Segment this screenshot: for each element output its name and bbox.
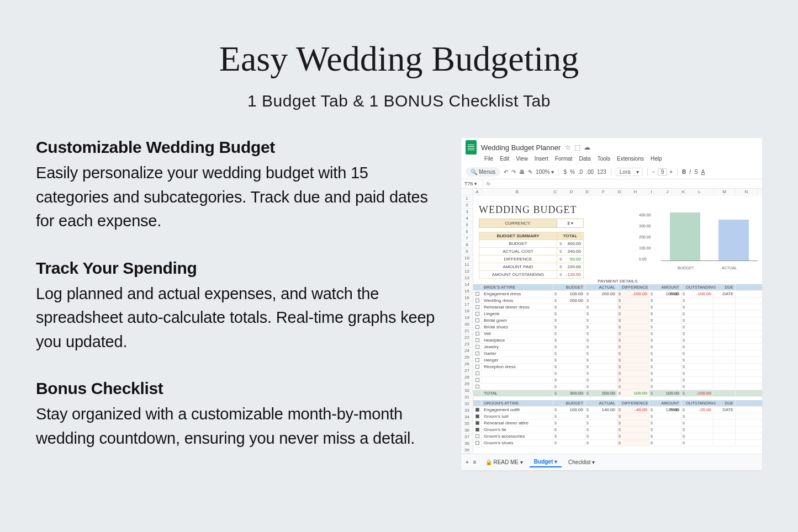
add-sheet-icon[interactable]: + (466, 459, 469, 465)
table-row[interactable]: BRIDE'S ATTIRE BUDGET ACTUAL DIFFERENCE … (473, 284, 762, 291)
table-row[interactable]: Veil $ $ $ $ $ (473, 331, 762, 337)
table-row[interactable]: Groom's suit $ $ $ $ $ (473, 413, 762, 420)
row-header[interactable]: 38 (461, 440, 473, 447)
row-header[interactable]: 27 (461, 368, 473, 374)
font-size-inc[interactable]: + (669, 169, 673, 175)
redo-icon[interactable]: ↷ (511, 169, 516, 175)
menu-insert[interactable]: Insert (535, 156, 548, 162)
row-header[interactable]: 33 (461, 407, 473, 414)
undo-icon[interactable]: ↶ (504, 169, 508, 175)
col-header[interactable]: I (649, 189, 654, 195)
table-row[interactable]: Bridal gown $ $ $ $ $ (473, 317, 762, 324)
menu-tools[interactable]: Tools (598, 156, 610, 162)
table-row[interactable]: Engagement outfit $100.00 $140.00 $-40.0… (473, 407, 762, 413)
row-header[interactable]: 6 (461, 228, 473, 235)
row-header[interactable]: 21 (461, 328, 473, 334)
table-row[interactable]: Wedding dress $200.00 $ $ $ $ (473, 297, 762, 304)
row-header[interactable]: 4 (461, 215, 473, 222)
row-header[interactable]: 12 (461, 268, 473, 275)
name-box[interactable]: T76 ▾ (461, 179, 483, 188)
row-header[interactable]: 28 (461, 374, 473, 381)
currency-icon[interactable]: $ (563, 169, 567, 175)
row-header[interactable]: 7 (461, 235, 473, 242)
paint-format-icon[interactable]: ✎ (528, 169, 532, 175)
row-header[interactable]: 32 (461, 401, 473, 407)
col-header[interactable]: G (617, 189, 622, 195)
row-header[interactable]: 17 (461, 301, 473, 308)
table-row[interactable]: $ $ $ $ $ (473, 370, 762, 377)
menu-help[interactable]: Help (651, 156, 662, 162)
row-header[interactable]: 29 (461, 381, 473, 387)
sheet-tab[interactable]: Budget ▾ (530, 457, 562, 467)
all-sheets-icon[interactable]: ≡ (473, 459, 477, 465)
table-row[interactable]: Hanger $ $ $ $ $ (473, 357, 762, 364)
sheet-tab[interactable]: 🔒 READ ME ▾ (481, 457, 527, 467)
row-header[interactable]: 1 (461, 195, 473, 202)
col-header[interactable]: A (473, 189, 482, 195)
row-header[interactable]: 35 (461, 421, 473, 427)
row-header[interactable]: 23 (461, 341, 473, 348)
format-123-icon[interactable]: 123 (597, 169, 606, 175)
row-header[interactable]: 34 (461, 414, 473, 421)
italic-icon[interactable]: I (689, 169, 691, 175)
table-row[interactable]: Groom's tie $ $ $ $ $ (473, 427, 762, 433)
table-row[interactable]: Headpiece $ $ $ $ $ (473, 337, 762, 344)
font-size-value[interactable]: 9 (658, 168, 668, 175)
move-icon[interactable]: ⬚ (574, 143, 580, 151)
menu-extensions[interactable]: Extensions (617, 156, 644, 162)
table-row[interactable]: Garter $ $ $ $ $ (473, 350, 762, 357)
row-header[interactable]: 30 (461, 387, 473, 394)
row-header[interactable]: 11 (461, 262, 473, 268)
menu-view[interactable]: View (516, 156, 528, 162)
table-row[interactable]: Rehearsal dinner attire $ $ $ $ $ (473, 420, 762, 427)
row-header[interactable]: 39 (461, 447, 473, 454)
row-header[interactable]: 25 (461, 354, 473, 361)
table-row[interactable]: Engagement dress $100.00 $200.00 $-100.0… (473, 291, 762, 297)
row-header[interactable]: 8 (461, 242, 473, 248)
document-title[interactable]: Wedding Budget Planner (481, 143, 561, 152)
col-header[interactable]: N (736, 189, 758, 195)
table-row[interactable]: Reception dress $ $ $ $ $ (473, 364, 762, 370)
row-header[interactable]: 22 (461, 334, 473, 341)
star-icon[interactable]: ☆ (565, 143, 571, 151)
sheets-icon[interactable] (466, 140, 477, 155)
col-header[interactable]: M (714, 189, 736, 195)
zoom-select[interactable]: 100% ▾ (536, 169, 554, 175)
decimal-inc-icon[interactable]: .00 (586, 169, 594, 175)
text-color-icon[interactable]: A (701, 169, 705, 175)
row-header[interactable]: 37 (461, 434, 473, 440)
font-size-dec[interactable]: − (652, 169, 656, 175)
row-header[interactable]: 24 (461, 348, 473, 354)
table-row[interactable]: $ $ $ $ $ (473, 384, 762, 390)
menu-data[interactable]: Data (579, 156, 591, 162)
strike-icon[interactable]: S (694, 169, 698, 175)
col-header[interactable]: F (590, 189, 617, 195)
table-row[interactable]: Jewelry $ $ $ $ $ (473, 344, 762, 350)
row-header[interactable]: 16 (461, 295, 473, 301)
row-header[interactable]: 3 (461, 209, 473, 215)
cloud-icon[interactable]: ☁ (584, 143, 590, 151)
row-header[interactable]: 9 (461, 248, 473, 255)
col-header[interactable]: J (654, 189, 681, 195)
menu-file[interactable]: File (484, 156, 493, 162)
row-header[interactable]: 2 (461, 202, 473, 209)
table-row[interactable]: Groom's accessories $ $ $ $ $ (473, 433, 762, 440)
menu-edit[interactable]: Edit (500, 156, 509, 162)
table-row[interactable]: Rehearsal dinner dress $ $ $ $ $ (473, 304, 762, 311)
percent-icon[interactable]: % (570, 169, 575, 175)
row-header[interactable]: 19 (461, 315, 473, 321)
currency-select[interactable]: $ ▾ (557, 219, 584, 228)
row-header[interactable]: 10 (461, 255, 473, 262)
row-header[interactable]: 13 (461, 275, 473, 281)
sheet-tab[interactable]: Checklist ▾ (564, 457, 599, 467)
table-row[interactable]: TOTAL $300.00 $200.00 $100.00 $100.00 $-… (473, 390, 762, 397)
row-header[interactable]: 36 (461, 427, 473, 434)
col-header[interactable]: K (681, 189, 686, 195)
menu-format[interactable]: Format (555, 156, 573, 162)
table-row[interactable]: Bridal shoes $ $ $ $ $ (473, 324, 762, 331)
table-row[interactable]: Groom's shoes $ $ $ $ $ (473, 440, 762, 446)
col-header[interactable]: H (622, 189, 649, 195)
row-header[interactable]: 31 (461, 394, 473, 401)
row-header[interactable]: 20 (461, 321, 473, 328)
col-header[interactable]: E (585, 189, 590, 195)
